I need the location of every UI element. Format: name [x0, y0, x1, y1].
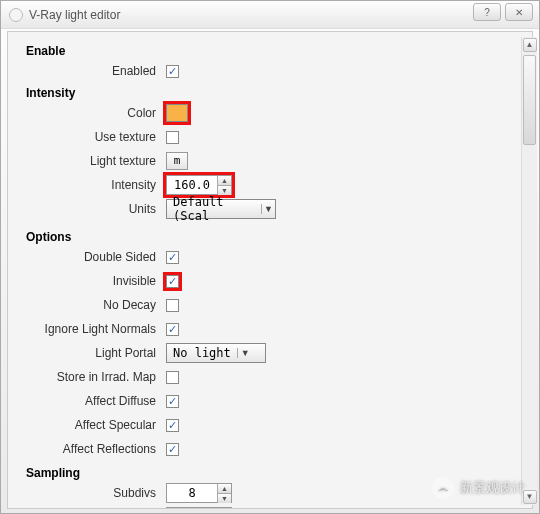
units-combo[interactable]: Default (Scal ▼: [166, 199, 276, 219]
use-texture-checkbox[interactable]: [166, 131, 179, 144]
ignore-normals-checkbox[interactable]: [166, 323, 179, 336]
no-decay-label: No Decay: [16, 298, 166, 312]
intensity-label: Intensity: [16, 178, 166, 192]
no-decay-checkbox[interactable]: [166, 299, 179, 312]
photon-subdivs-spinner[interactable]: ▲▼: [166, 507, 232, 509]
chevron-down-icon: ▼: [261, 204, 275, 214]
light-portal-label: Light Portal: [16, 346, 166, 360]
content-area: Enable Enabled Intensity Color Use textu…: [7, 31, 533, 509]
affect-reflections-checkbox[interactable]: [166, 443, 179, 456]
affect-diffuse-checkbox[interactable]: [166, 395, 179, 408]
intensity-input[interactable]: [167, 176, 217, 194]
units-value: Default (Scal: [167, 195, 261, 223]
spinner-arrows[interactable]: ▲▼: [217, 484, 231, 502]
color-label: Color: [16, 106, 166, 120]
invisible-label: Invisible: [16, 274, 166, 288]
use-texture-label: Use texture: [16, 130, 166, 144]
subdivs-label: Subdivs: [16, 486, 166, 500]
double-sided-checkbox[interactable]: [166, 251, 179, 264]
affect-specular-checkbox[interactable]: [166, 419, 179, 432]
light-portal-combo[interactable]: No light ▼: [166, 343, 266, 363]
spinner-arrows[interactable]: ▲▼: [217, 176, 231, 194]
double-sided-label: Double Sided: [16, 250, 166, 264]
scroll-track[interactable]: [523, 55, 536, 487]
close-button[interactable]: ✕: [505, 3, 533, 21]
help-button[interactable]: ?: [473, 3, 501, 21]
window: V-Ray light editor ? ✕ Enable Enabled In…: [0, 0, 540, 514]
store-irrad-label: Store in Irrad. Map: [16, 370, 166, 384]
intensity-spinner[interactable]: ▲▼: [166, 175, 232, 195]
affect-diffuse-label: Affect Diffuse: [16, 394, 166, 408]
light-texture-label: Light texture: [16, 154, 166, 168]
affect-reflections-label: Affect Reflections: [16, 442, 166, 456]
section-enable: Enable: [26, 44, 522, 58]
app-icon: [9, 8, 23, 22]
window-title: V-Ray light editor: [29, 8, 120, 22]
chevron-down-icon: ▼: [237, 348, 253, 358]
scroll-up-icon[interactable]: ▲: [523, 38, 537, 52]
watermark: ෴ 新景观设计: [432, 477, 525, 499]
section-intensity: Intensity: [26, 86, 522, 100]
color-swatch[interactable]: [166, 104, 188, 122]
enabled-checkbox[interactable]: [166, 65, 179, 78]
spinner-arrows[interactable]: ▲▼: [217, 508, 231, 509]
subdivs-input[interactable]: [167, 484, 217, 502]
subdivs-spinner[interactable]: ▲▼: [166, 483, 232, 503]
invisible-checkbox[interactable]: [166, 275, 179, 288]
section-options: Options: [26, 230, 522, 244]
ignore-normals-label: Ignore Light Normals: [16, 322, 166, 336]
store-irrad-checkbox[interactable]: [166, 371, 179, 384]
units-label: Units: [16, 202, 166, 216]
light-portal-value: No light: [167, 346, 237, 360]
wechat-icon: ෴: [432, 477, 454, 499]
titlebar[interactable]: V-Ray light editor ? ✕: [1, 1, 539, 29]
photon-subdivs-input[interactable]: [167, 508, 217, 509]
light-texture-button[interactable]: m: [166, 152, 188, 170]
watermark-text: 新景观设计: [460, 479, 525, 497]
scroll-thumb[interactable]: [523, 55, 536, 145]
affect-specular-label: Affect Specular: [16, 418, 166, 432]
enabled-label: Enabled: [16, 64, 166, 78]
vertical-scrollbar[interactable]: ▲ ▼: [521, 37, 537, 505]
